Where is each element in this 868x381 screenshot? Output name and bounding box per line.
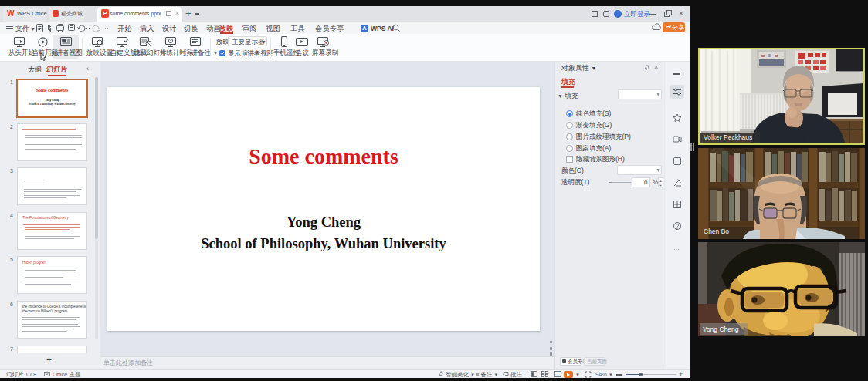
- svg-text:Yong Cheng: Yong Cheng: [703, 325, 739, 333]
- svg-text:Chen Bo: Chen Bo: [704, 228, 729, 235]
- svg-text:Volker Peckhaus: Volker Peckhaus: [704, 133, 752, 141]
